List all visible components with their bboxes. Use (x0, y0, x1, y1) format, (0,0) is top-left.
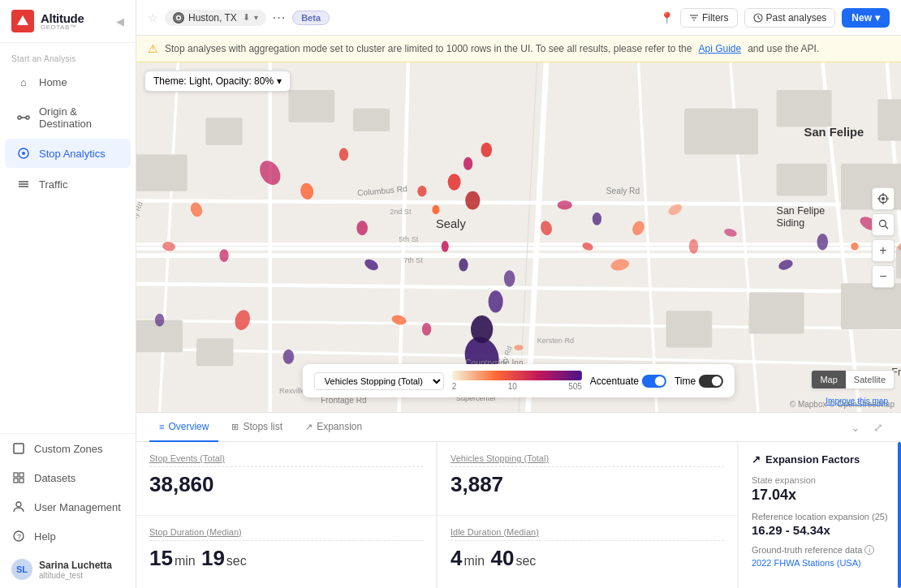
legend-metric-select[interactable]: Vehicles Stopping (Total) (314, 372, 444, 390)
star-button[interactable]: ☆ (148, 11, 158, 24)
theme-label: Theme: Light, Opacity: 80% (153, 75, 274, 87)
ref-expansion-label: Reference location expansion (25) (752, 512, 888, 521)
new-button[interactable]: New ▾ (842, 8, 890, 28)
sidebar-item-stop-analytics[interactable]: Stop Analytics (5, 139, 131, 168)
time-label: Time (675, 376, 696, 387)
state-expansion-label: State expansion (752, 475, 888, 485)
ground-truth-link[interactable]: 2022 FHWA Stations (USA) (752, 558, 861, 568)
user-sub: altitude_test (39, 571, 112, 580)
svg-text:Siding: Siding (777, 217, 805, 229)
sidebar-item-datasets[interactable]: Datasets (0, 463, 136, 492)
svg-rect-13 (19, 479, 24, 483)
zoom-out-button[interactable]: − (872, 265, 895, 288)
svg-point-64 (463, 157, 472, 170)
improve-map-link[interactable]: Improve this map (826, 397, 888, 406)
overview-icon: ≡ (159, 422, 164, 431)
svg-rect-41 (205, 118, 242, 145)
new-label: New (851, 12, 872, 24)
sidebar-item-custom-zones[interactable]: Custom Zones (0, 434, 136, 463)
tab-expansion[interactable]: ↗ Expansion (295, 413, 372, 442)
svg-point-18 (178, 16, 180, 19)
svg-rect-49 (777, 164, 827, 196)
svg-point-81 (558, 200, 572, 209)
location-selector[interactable]: Huston, TX ⬇ ▾ (165, 10, 266, 26)
svg-rect-12 (14, 479, 18, 483)
more-options-button[interactable]: ··· (273, 11, 286, 25)
expansion-trend-icon: ↗ (752, 453, 761, 466)
location-dropdown-icon[interactable]: ▾ (254, 13, 258, 22)
svg-rect-9 (14, 444, 24, 453)
tab-stops-list[interactable]: ⊞ Stops list (222, 413, 292, 442)
sidebar-item-origin-destination-label: Origin & Destination (39, 105, 119, 130)
ref-expansion-row: Reference location expansion (25) 16.29 … (752, 512, 888, 537)
pin-icon[interactable]: 📍 (660, 11, 674, 24)
zoom-in-button[interactable]: + (872, 239, 895, 262)
theme-button[interactable]: Theme: Light, Opacity: 80% ▾ (144, 71, 291, 92)
user-profile[interactable]: SL Sarina Luchetta altitude_test (0, 551, 136, 588)
clock-icon (753, 13, 763, 23)
sidebar-item-custom-zones-label: Custom Zones (34, 443, 103, 455)
svg-rect-52 (666, 311, 712, 347)
topbar: ☆ Huston, TX ⬇ ▾ ··· Beta 📍 Filters Past… (136, 0, 901, 36)
sidebar-item-home[interactable]: ⌂ Home (5, 67, 131, 97)
legend-min: 2 (452, 382, 457, 391)
new-dropdown-icon: ▾ (875, 12, 880, 24)
map-type-satellite[interactable]: Satellite (846, 371, 894, 388)
stat-vehicles-stopping: Vehicles Stopping (Total) 3,887 (438, 442, 738, 516)
logo-area: Altitude GEOTAB™ ◀ (0, 0, 136, 43)
svg-point-119 (882, 197, 885, 200)
idle-duration-value: 4min 40sec (450, 546, 724, 571)
svg-text:San Felipe: San Felipe (777, 205, 826, 217)
svg-rect-55 (896, 247, 901, 279)
vehicles-stopping-value: 3,887 (450, 472, 724, 497)
sidebar-item-datasets-label: Datasets (34, 472, 75, 484)
sidebar-item-user-management-label: User Management (34, 501, 121, 513)
past-analyses-button[interactable]: Past analyses (744, 8, 836, 28)
location-download-icon[interactable]: ⬇ (243, 12, 250, 23)
filters-button[interactable]: Filters (680, 8, 738, 28)
expansion-icon: ↗ (305, 422, 313, 432)
origin-destination-icon (16, 110, 31, 125)
accentuate-label: Accentuate (590, 376, 639, 387)
custom-zones-icon (11, 441, 26, 456)
info-icon[interactable]: i (864, 545, 874, 555)
map-type-map[interactable]: Map (812, 371, 845, 388)
api-guide-link[interactable]: Api Guide (698, 43, 741, 54)
svg-point-117 (850, 242, 859, 251)
svg-point-72 (339, 148, 348, 161)
svg-point-95 (422, 323, 431, 336)
map-controls: + − (872, 187, 895, 288)
svg-point-71 (283, 350, 295, 364)
location-label: Huston, TX (188, 12, 237, 24)
user-name: Sarina Luchetta (39, 560, 112, 571)
svg-line-125 (885, 226, 888, 230)
state-expansion-value: 17.04x (752, 487, 888, 504)
sidebar-item-traffic[interactable]: Traffic (5, 170, 131, 199)
past-analyses-label: Past analyses (766, 12, 827, 24)
geolocate-button[interactable] (872, 187, 895, 210)
svg-point-79 (155, 314, 164, 327)
collapse-button[interactable]: ◀ (116, 15, 124, 28)
logo-icon (11, 10, 34, 32)
svg-marker-0 (17, 15, 28, 25)
search-button[interactable] (872, 213, 895, 236)
tab-overview[interactable]: ≡ Overview (149, 413, 218, 442)
sidebar-bottom: Custom Zones Datasets User Management ? … (0, 433, 136, 588)
map-container[interactable]: San Felipe San Felipe Siding Frydek Seal… (136, 62, 901, 412)
tab-stops-list-label: Stops list (243, 421, 282, 432)
expansion-title: ↗ Expansion Factors (752, 453, 888, 466)
sidebar-item-help[interactable]: ? Help (0, 521, 136, 551)
sidebar-item-user-management[interactable]: User Management (0, 492, 136, 521)
sidebar-item-origin-destination[interactable]: Origin & Destination (5, 98, 131, 137)
svg-rect-45 (777, 90, 832, 127)
expand-panel-button[interactable]: ⤢ (869, 416, 888, 439)
time-toggle[interactable] (699, 375, 723, 388)
expansion-factors-panel: ↗ Expansion Factors State expansion 17.0… (739, 442, 901, 588)
filters-label: Filters (702, 12, 729, 24)
collapse-panel-button[interactable]: ⌄ (846, 416, 865, 439)
stat-idle-duration: Idle Duration (Median) 4min 40sec (438, 516, 738, 589)
accentuate-toggle[interactable] (642, 375, 666, 388)
theme-dropdown-icon: ▾ (277, 75, 282, 87)
svg-text:San Felipe: San Felipe (804, 126, 864, 139)
svg-point-74 (356, 221, 368, 235)
